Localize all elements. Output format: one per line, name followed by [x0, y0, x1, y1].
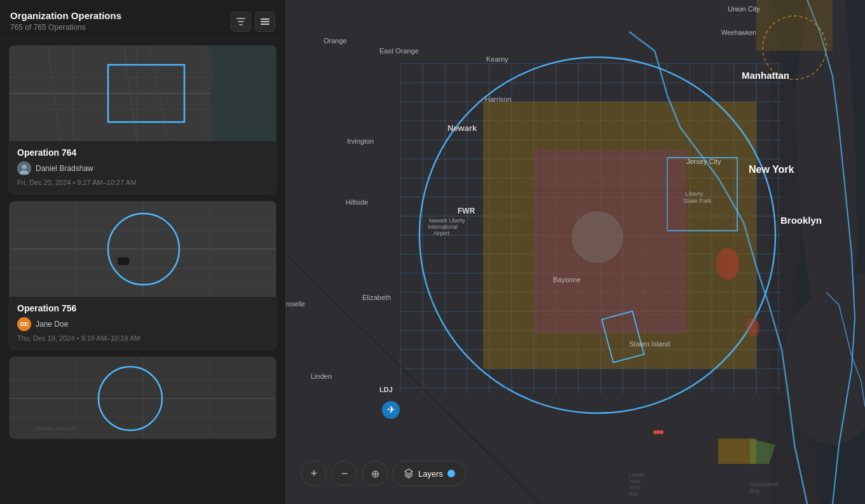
label-harrison: Harrison	[485, 95, 512, 103]
compass-button[interactable]: ⊕	[362, 461, 388, 486]
operation-thumb-764	[10, 46, 276, 141]
svg-text:✈: ✈	[387, 404, 395, 415]
list-view-button[interactable]	[255, 11, 275, 32]
operation-info-764: Operation 764 Daniel Bradshaw Fri, Dec 2…	[10, 141, 276, 194]
svg-rect-26	[118, 257, 129, 265]
map-area[interactable]: ✈ Orange East Orange Kearny Union City W…	[286, 0, 865, 504]
label-jersey-city: Jersey City	[686, 158, 721, 165]
layers-button[interactable]: Layers	[393, 461, 466, 486]
operation-name-756: Operation 756	[17, 303, 268, 313]
zoom-out-icon: −	[341, 467, 348, 480]
svg-text:Gravesend: Gravesend	[750, 481, 778, 487]
operation-name-764: Operation 764	[17, 147, 268, 158]
username-764: Daniel Bradshaw	[36, 164, 93, 173]
layers-icon	[404, 468, 414, 479]
label-kearny: Kearny	[486, 55, 508, 63]
svg-point-87	[747, 318, 759, 337]
svg-point-88	[572, 212, 623, 262]
label-airport-full: Newark Liberty	[429, 217, 465, 224]
zoom-out-button[interactable]: −	[332, 461, 357, 486]
user-avatar-756: DE	[17, 317, 31, 331]
map-controls: + − ⊕ Layers	[301, 461, 466, 486]
svg-text:New: New	[629, 478, 641, 484]
svg-text:State Park: State Park	[683, 197, 712, 204]
svg-text:Airport: Airport	[433, 230, 450, 236]
svg-point-16	[22, 165, 27, 169]
sidebar-subtitle: 765 of 765 Operations	[10, 23, 121, 32]
username-756: Jane Doe	[36, 320, 68, 329]
zoom-in-button[interactable]: +	[301, 461, 327, 486]
user-avatar-764	[17, 161, 31, 175]
label-bayonne: Bayonne	[553, 276, 580, 283]
label-liberty-state: Liberty	[685, 190, 704, 197]
sidebar-title-group: Organization Operations 765 of 765 Opera…	[10, 10, 121, 32]
svg-text:Lower: Lower	[629, 472, 645, 478]
sidebar-header: Organization Operations 765 of 765 Opera…	[0, 0, 285, 39]
operation-thumb-756	[10, 201, 276, 297]
svg-rect-0	[261, 18, 269, 20]
map-canvas: ✈ Orange East Orange Kearny Union City W…	[286, 0, 865, 504]
layers-indicator-dot	[447, 470, 455, 477]
sidebar: Organization Operations 765 of 765 Opera…	[0, 0, 286, 504]
svg-text:CANADA: CANADA	[41, 433, 60, 437]
label-ldj: LDJ	[379, 386, 393, 393]
operation-date-756: Thu, Dec 19, 2024 • 9:19 AM–10:19 AM	[17, 334, 268, 342]
operation-user-764: Daniel Bradshaw	[17, 161, 268, 175]
operation-card-partial[interactable]: UNITED STATES CANADA	[9, 357, 276, 439]
operation-thumb-partial: UNITED STATES CANADA	[10, 357, 276, 439]
sidebar-list: Operation 764 Daniel Bradshaw Fri, Dec 2…	[0, 39, 285, 504]
label-weehawken: Weehawken	[721, 29, 756, 36]
operation-card-764[interactable]: Operation 764 Daniel Bradshaw Fri, Dec 2…	[9, 45, 276, 194]
operation-info-756: Operation 756 DE Jane Doe Thu, Dec 19, 2…	[10, 297, 276, 350]
operation-date-764: Fri, Dec 20, 2024 • 9:27 AM–10:27 AM	[17, 179, 268, 186]
sidebar-title: Organization Operations	[10, 10, 121, 21]
label-elizabeth: Elizabeth	[362, 294, 391, 301]
label-orange: Orange	[324, 37, 347, 44]
compass-icon: ⊕	[371, 468, 379, 480]
zoom-in-icon: +	[311, 467, 318, 480]
label-union-city: Union City	[728, 5, 760, 13]
label-new-york: New York	[749, 164, 794, 175]
svg-text:York: York	[629, 484, 641, 491]
layers-label: Layers	[418, 469, 443, 479]
label-hillside: Hillside	[346, 198, 368, 206]
svg-rect-98	[756, 0, 833, 51]
label-staten-island: Staten Island	[629, 340, 670, 348]
label-roselle: roselle	[286, 301, 305, 308]
label-manhattan: Manhattan	[742, 70, 789, 81]
filter-button[interactable]	[231, 11, 251, 32]
svg-text:Bay: Bay	[750, 487, 760, 494]
label-irvington: Irvington	[347, 137, 374, 145]
operation-user-756: DE Jane Doe	[17, 317, 268, 331]
svg-text:Bay: Bay	[629, 491, 639, 497]
label-linden: Linden	[311, 372, 332, 380]
svg-point-86	[716, 248, 739, 280]
svg-rect-1	[261, 21, 269, 22]
svg-rect-2	[261, 24, 269, 25]
svg-point-84	[660, 430, 664, 434]
svg-text:International: International	[428, 224, 458, 230]
sidebar-actions	[231, 11, 275, 32]
operation-card-756[interactable]: Operation 756 DE Jane Doe Thu, Dec 19, 2…	[9, 201, 276, 350]
label-newark: Newark	[447, 123, 477, 133]
label-east-orange: East Orange	[379, 47, 419, 55]
svg-text:UNITED STATES: UNITED STATES	[35, 426, 74, 432]
label-fwr: FWR	[458, 207, 475, 215]
label-brooklyn: Brooklyn	[780, 215, 822, 226]
